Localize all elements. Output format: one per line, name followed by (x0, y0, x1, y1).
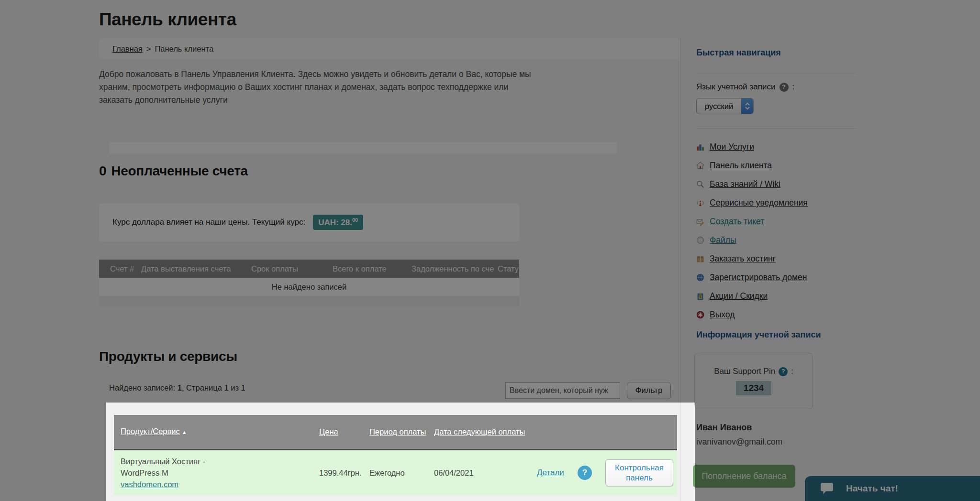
product-name-cell: Виртуальный Хостинг - WordPress M vashdo… (114, 449, 312, 495)
sidebar-item-logout[interactable]: Выход (696, 305, 808, 324)
invoices-table: Счет # Дата выставления счета Срок оплат… (99, 260, 519, 306)
unpaid-invoices-label: Неоплаченные счета (111, 163, 248, 178)
welcome-text: Добро пожаловать в Панель Управления Кли… (99, 68, 532, 107)
support-pin-label: Ваш Support Pin (714, 367, 775, 376)
page-title: Панель клиента (99, 10, 236, 30)
user-name: Иван Иванов (696, 423, 752, 433)
sidebar-item-order-hosting[interactable]: Заказать хостинг (696, 250, 808, 268)
products-col-nextdue[interactable]: Дата следующей оплаты (427, 415, 530, 449)
home-icon (696, 162, 704, 170)
product-nextdue-cell: 06/04/2021 (427, 449, 530, 495)
account-info-heading: Информация учетной записи (696, 330, 821, 340)
details-help-icon[interactable]: ? (578, 466, 592, 480)
search-icon (696, 180, 704, 188)
products-col-period[interactable]: Период оплаты (363, 415, 427, 449)
product-actions-cell: Детали ? Контрольнаяпанель (530, 450, 677, 495)
sidebar-item-register-domain[interactable]: Зарегистрировать домен (696, 268, 808, 287)
logout-icon (696, 311, 704, 319)
sidebar-divider-1 (696, 73, 857, 73)
support-pin-card: Ваш Support Pin ? : 1234 (694, 353, 813, 409)
user-email: ivanivanov@gmail.com (696, 437, 782, 447)
control-panel-button[interactable]: Контрольнаяпанель (605, 459, 673, 486)
product-name-line2: WordPress M (121, 468, 168, 477)
currency-notice-text: Курс доллара влияет на наши цены. Текущи… (112, 218, 305, 227)
ticket-icon (696, 218, 704, 226)
bar-chart-icon (696, 143, 704, 151)
domain-search-input[interactable] (505, 382, 620, 399)
currency-rate-badge: UAH: 28.00 (313, 215, 363, 230)
sidebar-item-promotions[interactable]: $ Акции / Скидки (696, 287, 808, 305)
account-language-row: Язык учетной записи ? : (696, 82, 794, 92)
product-period-cell: Ежегодно (363, 449, 427, 495)
language-colon: : (792, 82, 795, 92)
breadcrumb-home-link[interactable]: Главная (112, 44, 143, 54)
invoices-col-due: Срок оплаты (247, 260, 329, 278)
chevron-updown-icon (741, 98, 753, 114)
product-name-line1: Виртуальный Хостинг - (121, 457, 205, 466)
records-found-count: 1 (178, 383, 182, 392)
account-language-label: Язык учетной записи (696, 82, 776, 92)
products-col-price[interactable]: Цена (312, 415, 363, 449)
invoices-col-total: Всего к оплате (329, 260, 408, 278)
sidebar-item-files[interactable]: Файлы (696, 231, 808, 250)
sidebar-item-my-services[interactable]: Мои Услуги (696, 138, 808, 156)
support-pin-colon: : (791, 367, 793, 376)
section-divider-strip (109, 142, 617, 154)
products-table-header-row: Продукт/Сервис▲ Цена Период оплаты Дата … (114, 415, 677, 449)
breadcrumb: Главная > Панель клиента (99, 38, 679, 59)
sidebar-item-knowledge-base[interactable]: База знаний / Wiki (696, 175, 808, 194)
invoices-empty-row: Не найдено записей (99, 278, 519, 296)
sidebar-item-create-ticket[interactable]: Создать тикет (696, 212, 808, 231)
sidebar-nav: Мои Услуги Панель клиента База знаний / … (696, 138, 808, 324)
sort-asc-icon: ▲ (182, 429, 187, 435)
support-pin-help-icon[interactable]: ? (779, 367, 788, 376)
support-pin-value: 1234 (736, 381, 771, 395)
invoices-col-number: Счет # (99, 260, 137, 278)
filter-button[interactable]: Фильтр (627, 382, 671, 399)
discount-icon: $ (696, 292, 704, 300)
invoices-col-balance: Задолженность по счету (408, 260, 494, 278)
package-icon (696, 255, 704, 263)
sidebar-divider-2 (696, 128, 857, 129)
products-col-actions (530, 415, 677, 449)
language-select[interactable]: русский (696, 98, 754, 114)
details-link[interactable]: Детали (537, 467, 564, 479)
records-found-line: Найдено записей: 1, Страница 1 из 1 (109, 383, 245, 392)
invoices-empty-text: Не найдено записей (99, 278, 519, 296)
product-price-cell: 1399.44грн. (312, 449, 363, 495)
top-up-balance-button[interactable]: Пополнение баланса (693, 465, 795, 488)
globe-icon (696, 273, 704, 282)
invoices-table-footer (99, 296, 519, 306)
chat-label: Начать чат! (846, 483, 898, 494)
invoices-col-status: Статус (494, 260, 519, 278)
chat-bubble-icon (820, 482, 834, 495)
invoices-table-header-row: Счет # Дата выставления счета Срок оплат… (99, 260, 519, 278)
broadcast-icon (696, 199, 704, 207)
chat-widget-button[interactable]: Начать чат! (805, 476, 980, 501)
unpaid-invoices-heading: 0Неоплаченные счета (99, 163, 248, 179)
sidebar-item-client-panel[interactable]: Панель клиента (696, 156, 808, 175)
language-select-value: русский (697, 102, 741, 111)
product-domain-link[interactable]: vashdomen.com (121, 480, 178, 489)
product-row: Виртуальный Хостинг - WordPress M vashdo… (114, 449, 677, 495)
products-table: Продукт/Сервис▲ Цена Период оплаты Дата … (114, 415, 677, 495)
currency-notice: Курс доллара влияет на наши цены. Текущи… (99, 203, 519, 241)
products-heading: Продукты и сервисы (99, 349, 237, 364)
breadcrumb-current: Панель клиента (155, 44, 213, 54)
language-help-icon[interactable]: ? (780, 83, 789, 92)
quick-nav-heading: Быстрая навигация (696, 48, 781, 58)
disc-icon (696, 236, 704, 244)
invoices-col-date: Дата выставления счета (137, 260, 247, 278)
unpaid-invoices-count: 0 (99, 163, 106, 178)
products-col-product[interactable]: Продукт/Сервис▲ (114, 415, 312, 449)
breadcrumb-separator: > (146, 44, 151, 54)
svg-text:$: $ (700, 295, 702, 299)
sidebar-item-service-notifications[interactable]: Сервисные уведомления (696, 194, 808, 212)
content-sidebar-divider (680, 38, 681, 501)
